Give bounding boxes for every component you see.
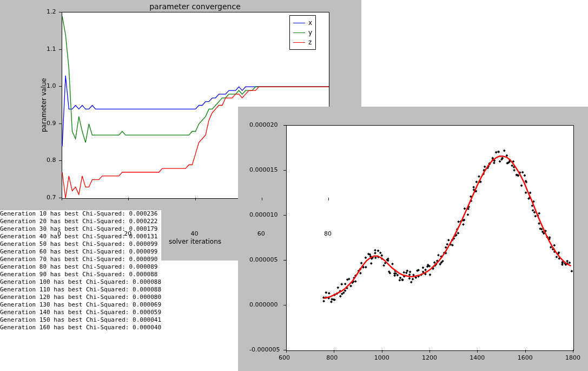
xtick-label: 1400	[470, 354, 485, 361]
xtick	[195, 198, 196, 200]
ytick-label: 0.000015	[249, 166, 278, 173]
scatter-point	[410, 281, 413, 284]
scatter-point	[499, 160, 501, 163]
ytick	[59, 49, 62, 50]
scatter-point	[524, 174, 526, 177]
plot-2-axes	[286, 125, 574, 351]
xtick-label: 1000	[374, 354, 389, 361]
xtick	[62, 198, 62, 200]
xtick	[286, 350, 287, 353]
legend-swatch	[293, 42, 305, 43]
scatter-point	[484, 165, 486, 168]
legend-label: x	[308, 19, 312, 27]
scatter-point	[398, 279, 401, 282]
scatter-point	[374, 257, 377, 259]
scatter-point	[370, 262, 373, 265]
ytick	[283, 350, 286, 350]
scatter-point	[457, 220, 460, 223]
scatter-point	[360, 262, 363, 264]
legend-label: z	[308, 38, 312, 46]
scatter-point	[457, 232, 459, 235]
xtick-label: 0	[57, 230, 61, 237]
scatter-point	[437, 254, 440, 257]
scatter-point	[447, 239, 450, 242]
xtick-label: 20	[124, 230, 131, 237]
scatter-point	[365, 256, 367, 259]
fit-line	[323, 156, 571, 298]
scatter-point	[495, 151, 498, 154]
scatter-point	[336, 287, 339, 289]
ytick	[59, 12, 62, 12]
scatter-point	[538, 212, 540, 215]
scatter-point	[391, 263, 394, 265]
xtick-label: 1600	[518, 354, 533, 361]
scatter-point	[497, 151, 500, 153]
scatter-point	[513, 169, 516, 172]
scatter-point	[412, 278, 414, 281]
ytick-label: 0.000020	[249, 121, 278, 128]
scatter-point	[569, 262, 571, 264]
ytick	[59, 123, 62, 124]
scatter-point	[402, 271, 405, 274]
ytick-label: 0.9	[47, 120, 56, 127]
scatter-point	[493, 161, 495, 164]
scatter-point	[330, 301, 333, 303]
xtick	[477, 350, 478, 353]
xtick	[430, 350, 430, 353]
scatter-point	[339, 295, 342, 298]
scatter-point	[566, 260, 569, 263]
xtick-label: 800	[326, 354, 338, 361]
ytick-label: 0.7	[47, 194, 56, 201]
scatter-point	[429, 274, 432, 276]
scatter-point	[359, 272, 362, 275]
xtick-label: 1200	[422, 354, 437, 361]
scatter-point	[520, 184, 523, 187]
ytick-label: 1.1	[47, 45, 56, 53]
legend-swatch	[293, 23, 305, 23]
scatter-point	[521, 171, 524, 174]
legend-swatch	[293, 32, 305, 33]
scatter-point	[408, 274, 411, 276]
scatter-point	[377, 250, 380, 252]
scatter-point	[374, 252, 376, 255]
ytick	[283, 305, 286, 305]
ytick	[283, 170, 286, 171]
scatter-point	[349, 285, 352, 288]
scatter-point	[478, 175, 480, 178]
legend-item: x	[293, 18, 312, 28]
scatter-point	[379, 251, 382, 254]
scatter-point	[382, 264, 385, 267]
xtick	[128, 198, 129, 200]
scatter-point	[433, 261, 436, 264]
scatter-point	[467, 213, 470, 216]
ytick-label: 0.000005	[249, 256, 278, 263]
scatter-point	[446, 243, 448, 246]
ytick	[59, 86, 62, 87]
xtick-label: 600	[279, 354, 290, 361]
plot-1-title: parameter convergence	[62, 2, 328, 11]
ytick-label: 0.000010	[249, 211, 278, 218]
scatter-point	[532, 209, 534, 212]
scatter-point	[422, 266, 425, 269]
ytick-label: 0.000000	[249, 301, 278, 308]
xtick	[525, 350, 526, 353]
xtick	[334, 350, 334, 353]
ytick	[283, 260, 286, 261]
scatter-point	[380, 254, 383, 257]
xtick-label: 80	[324, 230, 332, 237]
legend-item: y	[293, 28, 312, 37]
scatter-point	[571, 270, 573, 272]
scatter-point	[374, 249, 376, 252]
scatter-point	[409, 271, 412, 274]
scatter-point	[556, 256, 558, 258]
ytick	[283, 215, 286, 216]
scatter-point	[553, 244, 556, 247]
xtick	[328, 198, 329, 200]
scatter-point	[393, 274, 396, 277]
scatter-point	[472, 186, 475, 188]
xtick	[573, 350, 573, 353]
scatter-point	[399, 277, 402, 279]
xtick	[382, 350, 382, 353]
scatter-point	[462, 223, 465, 226]
scatter-point	[503, 149, 506, 152]
